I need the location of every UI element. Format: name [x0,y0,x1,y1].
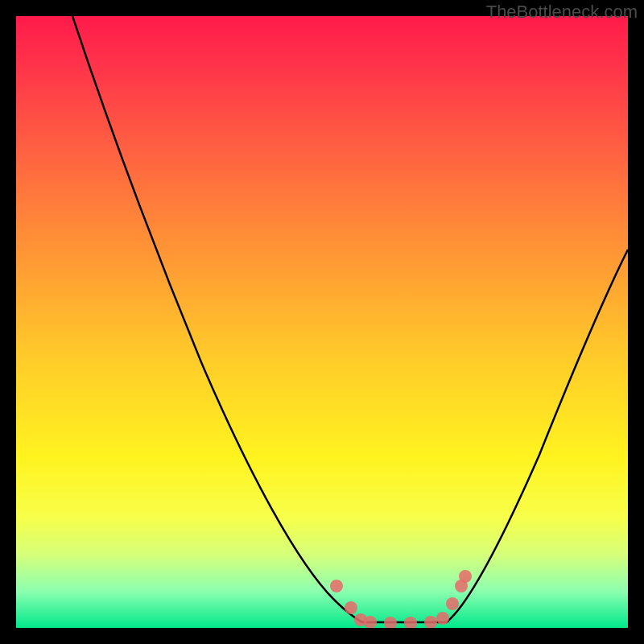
marker-point [436,612,449,625]
watermark-text: TheBottleneck.com [486,2,638,23]
chart-svg [16,16,628,628]
marker-point [424,616,437,628]
marker-point [459,570,472,583]
right-curve [447,250,628,622]
marker-point [404,617,417,628]
left-curve [72,16,362,622]
marker-point [345,601,357,614]
marker-point [330,580,343,592]
marker-point [384,617,397,628]
marker-point [446,597,459,610]
